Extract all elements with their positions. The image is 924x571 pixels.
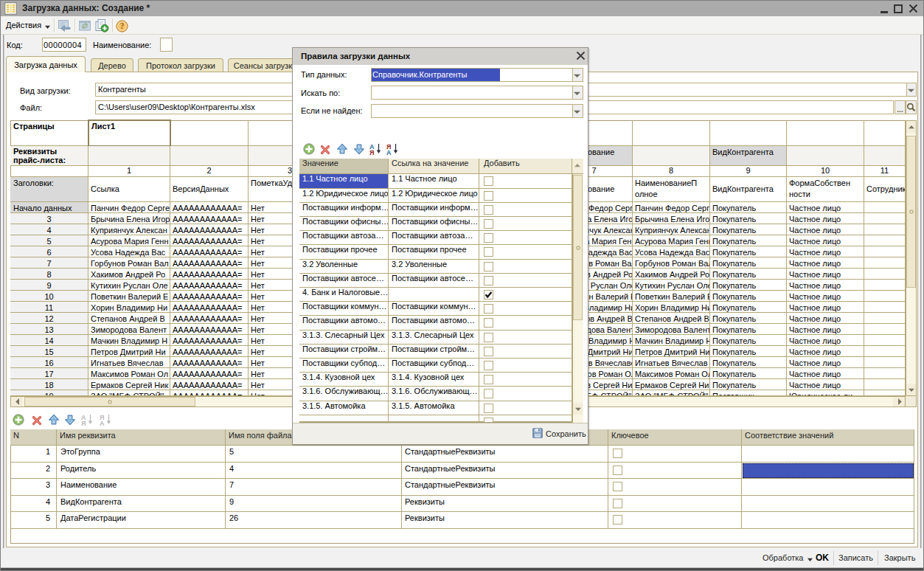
svg-text:Я: Я bbox=[81, 420, 86, 426]
svg-text:Я: Я bbox=[369, 149, 374, 156]
svg-text:?: ? bbox=[120, 21, 125, 30]
svg-text:А: А bbox=[100, 420, 105, 426]
svg-text:А: А bbox=[386, 149, 392, 156]
